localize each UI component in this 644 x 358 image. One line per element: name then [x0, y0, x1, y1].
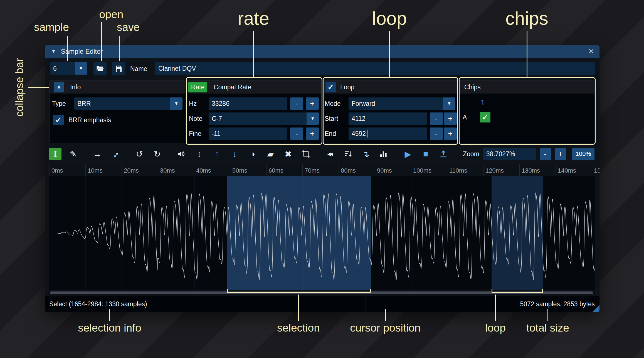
text-caret — [367, 130, 367, 138]
zoom-input[interactable]: 38.7027% — [483, 148, 536, 160]
redo-button[interactable]: ↻ — [151, 148, 163, 160]
chevron-down-icon[interactable]: ▼ — [443, 97, 455, 110]
total-size-text: 5072 samples, 2853 bytes — [520, 300, 595, 308]
trim-button[interactable] — [300, 148, 312, 160]
waveform-view[interactable] — [49, 176, 595, 290]
play-button[interactable]: ▶ — [402, 148, 414, 160]
name-input-value: Clarinet DQV — [158, 65, 196, 72]
loop-end-decrement-button[interactable]: - — [430, 127, 443, 140]
hz-label: Hz — [189, 97, 197, 110]
annotation-line-selection-info — [109, 309, 110, 321]
annotation-line-loop-point — [495, 295, 496, 321]
annotation-line-collapse-bar — [28, 87, 49, 88]
sort-descending-icon — [344, 149, 352, 158]
chevron-down-icon[interactable]: ▼ — [307, 112, 319, 125]
arrows-vertical-icon: ↕ — [197, 149, 201, 159]
annotation-selection-info: selection info — [78, 322, 141, 334]
loop-start-decrement-button[interactable]: - — [430, 112, 443, 125]
bar-chart-icon — [379, 149, 388, 158]
delete-button[interactable]: ✖ — [282, 148, 294, 160]
loop-end-increment-button[interactable]: + — [444, 127, 457, 140]
status-bar: Select (1654-2984: 1330 samples) 5072 sa… — [45, 296, 599, 312]
loop-header-label: Loop — [340, 81, 354, 94]
chip-enable-checkbox[interactable]: ✓ — [480, 112, 490, 122]
waveform-svg — [49, 176, 595, 290]
time-label-110ms: 110ms — [447, 164, 467, 176]
arrow-down-icon: ↓ — [233, 149, 237, 159]
zoom-reset-button[interactable]: 100% — [572, 148, 594, 160]
downsample-button[interactable] — [342, 148, 354, 160]
draw-mode-button[interactable]: ✎ — [67, 148, 79, 160]
fade-out-button[interactable]: ↓ — [229, 148, 241, 160]
filter-button[interactable]: ↴ — [360, 148, 372, 160]
reverse-button[interactable]: ◀◀ — [324, 148, 336, 160]
stretch-button[interactable]: ↔ — [109, 148, 121, 160]
chevron-down-icon[interactable]: ▼ — [170, 97, 182, 110]
hz-input[interactable]: 33286 — [209, 97, 287, 110]
loop-mode-selector[interactable]: Forward ▼ — [349, 97, 455, 110]
amplify-button[interactable] — [175, 148, 187, 160]
loop-checkbox[interactable]: ✓ — [325, 82, 336, 92]
import-button[interactable] — [437, 148, 450, 160]
fine-decrement-button[interactable]: - — [290, 127, 303, 140]
undo-button[interactable]: ↺ — [133, 148, 145, 160]
time-label-130ms: 130ms — [519, 164, 540, 176]
arrows-horizontal-icon: ↔ — [93, 149, 102, 159]
spectrum-button[interactable] — [377, 148, 390, 160]
resize-button[interactable]: ↔ — [91, 148, 103, 160]
loop-start-value: 4112 — [352, 115, 365, 122]
annotation-loop: loop — [372, 8, 407, 29]
sample-selector[interactable]: 6 ▼ — [50, 62, 87, 75]
save-button[interactable] — [112, 62, 125, 75]
speaker-icon — [177, 149, 186, 158]
chips-section: Chips 1 A ✓ — [459, 80, 595, 143]
resize-grip[interactable] — [592, 305, 599, 312]
brr-emphasis-label: BRR emphasis — [68, 115, 111, 125]
fine-value: -11 — [212, 130, 221, 138]
annotation-total-size: total size — [526, 322, 569, 334]
loop-end-input[interactable]: 4592 — [349, 127, 427, 140]
window-collapse-icon[interactable]: ▼ — [51, 49, 56, 54]
normalize-button[interactable]: ↕ — [193, 148, 205, 160]
mode-label: Mode — [325, 97, 341, 110]
annotation-open: open — [99, 8, 124, 21]
fine-increment-button[interactable]: + — [306, 127, 319, 140]
sample-editor-window: ▼ Sample Editor × 6 ▼ Name Clarinet DQV … — [45, 45, 599, 312]
fine-input[interactable]: -11 — [209, 127, 287, 140]
annotation-chips: chips — [505, 8, 548, 29]
arrow-up-icon: ↑ — [215, 149, 219, 159]
note-selector[interactable]: C-7 ▼ — [209, 112, 319, 125]
brr-emphasis-checkbox[interactable]: ✓ — [53, 115, 64, 125]
annotation-line-loop — [389, 31, 390, 77]
invert-button[interactable]: ◑ — [246, 148, 259, 160]
annotation-line-chips — [527, 31, 527, 77]
type-selector[interactable]: BRR ▼ — [74, 97, 182, 110]
info-section: ∧ Info Type BRR ▼ ✓ BRR emphasis — [49, 80, 185, 143]
loop-start-input[interactable]: 4112 — [349, 112, 427, 125]
chevron-down-icon[interactable]: ▼ — [75, 62, 87, 75]
zoom-out-button[interactable]: - — [540, 148, 551, 160]
open-button[interactable] — [93, 62, 107, 75]
fade-in-button[interactable]: ↑ — [211, 148, 223, 160]
loop-start-increment-button[interactable]: + — [444, 112, 457, 125]
check-icon: ✓ — [55, 116, 61, 125]
loop-end-label: End — [325, 127, 336, 140]
zoom-in-button[interactable]: + — [555, 148, 566, 160]
selection-info-text: Select (1654-2984: 1330 samples) — [49, 300, 147, 308]
rewind-icon: ◀◀ — [327, 151, 333, 157]
sample-selector-value: 6 — [50, 65, 75, 72]
loop-start-label: Start — [325, 112, 338, 125]
chevron-up-icon: ∧ — [57, 84, 61, 90]
hz-increment-button[interactable]: + — [306, 97, 319, 110]
pencil-icon: ✎ — [70, 149, 77, 159]
titlebar[interactable]: ▼ Sample Editor × — [45, 45, 599, 58]
collapse-button[interactable]: ∧ — [54, 82, 64, 92]
hz-decrement-button[interactable]: - — [290, 97, 303, 110]
silence-button[interactable]: ▰ — [264, 148, 277, 160]
edit-mode-button[interactable]: I — [49, 148, 61, 160]
annotation-save: save — [117, 21, 140, 33]
close-icon[interactable]: × — [588, 45, 594, 58]
name-input[interactable]: Clarinet DQV — [155, 62, 595, 75]
stop-button[interactable]: ■ — [420, 148, 432, 160]
rate-button[interactable]: Rate — [188, 82, 207, 92]
